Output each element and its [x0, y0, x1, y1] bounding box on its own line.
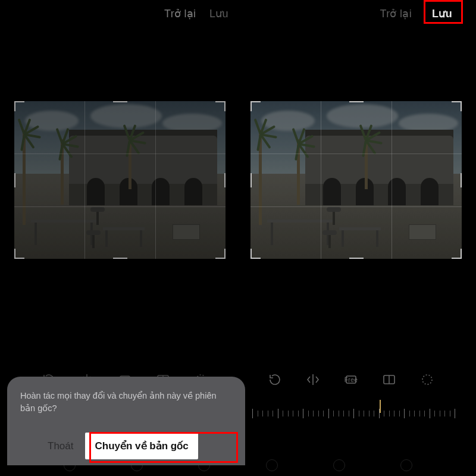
dialog-message: Hoàn tác mọi thay đổi và chuyển ảnh này … — [20, 390, 232, 415]
perspective-icon[interactable] — [419, 371, 436, 388]
photo-crop-panel-left[interactable] — [14, 101, 226, 259]
back-button-left[interactable]: Trở lại — [159, 5, 201, 23]
crop-handle-tr[interactable] — [452, 101, 462, 111]
revert-dialog: Hoàn tác mọi thay đổi và chuyển ảnh này … — [7, 377, 245, 465]
crop-handle-bottom[interactable] — [349, 258, 364, 259]
crop-handle-right[interactable] — [461, 173, 462, 187]
rotate-icon[interactable] — [267, 371, 283, 388]
free-ratio-label: Free — [345, 377, 358, 383]
crop-handle-right[interactable] — [224, 173, 226, 187]
rotation-ruler[interactable] — [252, 401, 455, 428]
crop-handle-top[interactable] — [113, 101, 127, 102]
crop-handle-br[interactable] — [215, 249, 226, 259]
flip-icon[interactable] — [305, 371, 321, 388]
nav-dot[interactable] — [333, 459, 345, 471]
crop-handle-bl[interactable] — [250, 249, 261, 259]
crop-handle-tr[interactable] — [215, 101, 226, 111]
crop-handle-tl[interactable] — [14, 101, 24, 111]
dialog-revert-button[interactable]: Chuyển về bản gốc — [85, 433, 198, 459]
dialog-revert-label: Chuyển về bản gốc — [95, 440, 188, 452]
crop-handle-left[interactable] — [14, 173, 15, 187]
dialog-exit-button[interactable]: Thoát — [48, 440, 73, 452]
crop-handle-tl[interactable] — [250, 101, 261, 111]
aspect-ratio-icon[interactable] — [381, 371, 397, 388]
ruler-current-indicator — [380, 400, 381, 413]
crop-handle-left[interactable] — [250, 173, 252, 187]
crop-toolbar-right: Free — [267, 371, 436, 388]
free-ratio-icon[interactable]: Free — [343, 371, 359, 388]
save-button-left[interactable]: Lưu — [205, 5, 233, 23]
crop-handle-br[interactable] — [452, 249, 462, 259]
back-button-right[interactable]: Trở lại — [375, 5, 416, 23]
save-button-right[interactable]: Lưu — [427, 5, 457, 23]
crop-handle-top[interactable] — [349, 101, 364, 102]
crop-handle-bottom[interactable] — [113, 258, 127, 259]
nav-dot[interactable] — [266, 459, 278, 471]
photo-crop-panel-right[interactable] — [250, 101, 462, 259]
svg-point-5 — [422, 375, 432, 384]
crop-handle-bl[interactable] — [14, 249, 24, 259]
nav-dot[interactable] — [400, 459, 412, 471]
